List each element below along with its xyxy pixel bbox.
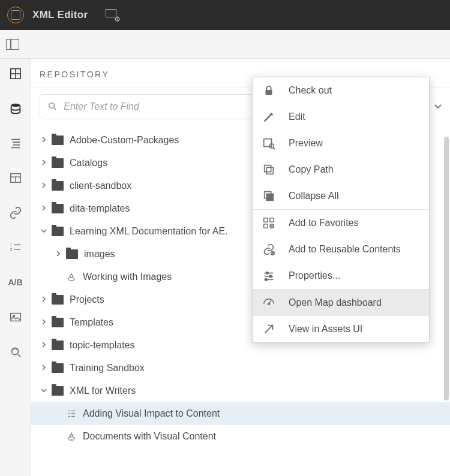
tree-item[interactable]: XML for Writers (31, 379, 450, 402)
tree-item-label: Adobe-Custom-Packages (70, 135, 179, 146)
svg-rect-31 (266, 90, 272, 95)
chevron-right-icon[interactable] (40, 341, 48, 350)
context-menu-label: Properties... (289, 270, 340, 281)
search-dropdown-icon[interactable] (434, 102, 442, 112)
tree-item-label: topic-templates (70, 340, 135, 351)
topic-icon (66, 431, 77, 442)
context-menu-item[interactable]: Properties... (253, 263, 429, 289)
context-menu-item[interactable]: Add to Reusable Contents (253, 236, 429, 263)
context-menu-item[interactable]: Edit (253, 104, 429, 130)
chevron-right-icon[interactable] (40, 136, 48, 144)
window-settings-icon[interactable]: ⚙ (106, 8, 119, 22)
svg-line-34 (273, 147, 275, 149)
svg-rect-38 (266, 194, 273, 200)
layout-icon[interactable] (9, 171, 22, 185)
favorites-add-icon (262, 216, 275, 230)
grid-icon[interactable] (9, 67, 22, 80)
chevron-right-icon[interactable] (40, 204, 48, 213)
context-menu-label: Add to Reusable Contents (289, 244, 401, 255)
properties-icon (262, 269, 275, 282)
left-rail: 12 A/B (0, 59, 31, 476)
chevron-down-icon[interactable] (40, 227, 48, 236)
tree-item-label: Learning XML Documentation for AE. (70, 226, 228, 237)
chevron-down-icon[interactable] (40, 387, 48, 395)
folder-icon (52, 295, 64, 305)
dashboard-icon (262, 296, 275, 309)
tree-item-label: Adding Visual Impact to Content (83, 408, 220, 419)
tree-item-label: dita-templates (70, 203, 130, 214)
preview-icon (262, 137, 275, 150)
find-replace-icon[interactable] (9, 345, 22, 358)
chevron-right-icon[interactable] (40, 364, 48, 372)
svg-point-29 (70, 434, 73, 437)
svg-rect-32 (264, 139, 272, 147)
svg-point-55 (268, 303, 270, 305)
tree-item[interactable]: Adding Visual Impact to Content (31, 402, 450, 425)
tree-item-label: Catalogs (70, 158, 107, 168)
top-bar: XML Editor ⚙ (0, 0, 450, 30)
folder-icon (52, 158, 64, 168)
tree-item-label: Training Sandbox (70, 363, 145, 373)
chevron-right-icon[interactable] (40, 159, 48, 167)
context-menu-item[interactable]: Copy Path (253, 156, 429, 183)
scrollbar-thumb[interactable] (444, 137, 449, 400)
topic-icon (66, 272, 77, 282)
context-menu-label: Collapse All (289, 191, 339, 201)
app-title: XML Editor (32, 9, 88, 21)
chevron-right-icon[interactable] (40, 318, 48, 327)
chevron-right-icon[interactable] (40, 182, 48, 190)
scrollbar[interactable] (443, 137, 450, 472)
svg-rect-39 (264, 218, 268, 222)
svg-point-51 (269, 275, 272, 278)
context-menu-label: Check out (289, 85, 332, 96)
svg-point-49 (266, 272, 268, 275)
svg-rect-15 (10, 314, 20, 321)
tree-item-label: images (84, 249, 115, 260)
svg-rect-41 (264, 224, 268, 228)
tree-item-label: Working with Images (83, 272, 172, 282)
tree-item[interactable]: Documents with Visual Content (31, 425, 450, 448)
toolbar (0, 30, 450, 59)
tree-item-label: Projects (70, 294, 104, 305)
context-menu-item[interactable]: Collapse All (253, 183, 429, 209)
folder-icon (52, 135, 64, 145)
link-icon[interactable] (9, 206, 22, 219)
collapse-all-icon (262, 189, 275, 203)
outline-icon[interactable] (9, 137, 22, 150)
chevron-right-icon[interactable] (54, 250, 62, 258)
context-menu-item[interactable]: Check out (253, 77, 429, 104)
compare-icon[interactable]: A/B (9, 276, 22, 289)
reusable-add-icon (262, 243, 275, 256)
panel-toggle-icon[interactable] (6, 39, 19, 50)
svg-line-18 (17, 354, 20, 357)
tree-item-label: client-sandbox (70, 180, 131, 191)
image-icon[interactable] (9, 311, 22, 324)
context-menu-label: View in Assets UI (289, 324, 362, 335)
svg-point-17 (11, 348, 18, 355)
svg-point-3 (11, 104, 20, 107)
pencil-icon (262, 110, 275, 123)
app-logo (7, 7, 24, 23)
svg-line-20 (54, 108, 56, 110)
context-menu-label: Copy Path (289, 164, 334, 175)
context-menu-item[interactable]: View in Assets UI (253, 316, 429, 342)
context-menu-label: Preview (289, 138, 323, 149)
folder-icon (52, 204, 64, 213)
folder-icon (52, 318, 64, 327)
context-menu-label: Edit (289, 112, 305, 122)
tree-item[interactable]: Training Sandbox (31, 357, 450, 379)
context-menu-item[interactable]: Open Map dashboard (253, 290, 429, 316)
context-menu-item[interactable]: Preview (253, 130, 429, 156)
context-menu-item[interactable]: Add to Favorites (253, 210, 429, 236)
list-numbered-icon[interactable]: 12 (9, 241, 22, 254)
svg-point-19 (49, 103, 55, 109)
svg-rect-36 (266, 167, 273, 174)
database-icon[interactable] (9, 102, 22, 115)
context-menu-label: Add to Favorites (289, 218, 359, 228)
folder-icon (52, 341, 64, 350)
svg-point-21 (70, 275, 73, 278)
tree-item-label: Templates (70, 317, 113, 328)
copy-path-icon (262, 163, 275, 176)
folder-icon (66, 249, 78, 259)
chevron-right-icon[interactable] (40, 296, 48, 304)
